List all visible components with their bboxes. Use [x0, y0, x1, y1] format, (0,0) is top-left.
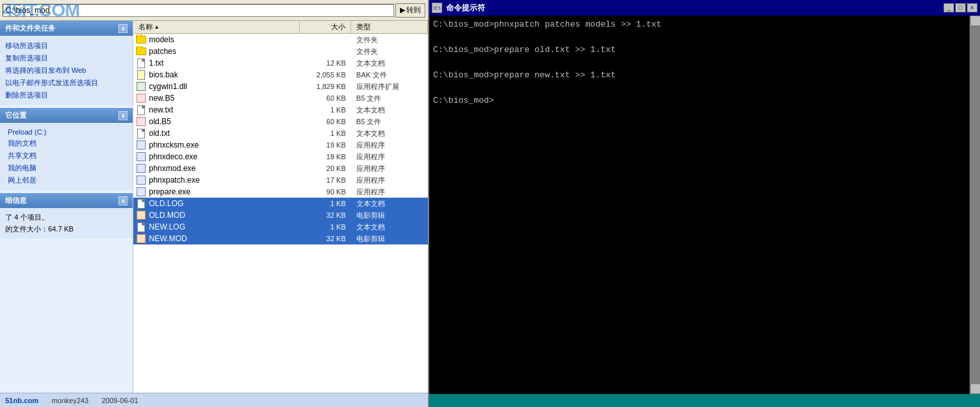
file-name: prepare.exe: [149, 187, 191, 196]
col-header-type[interactable]: 类型: [351, 21, 428, 33]
table-row[interactable]: phnxmod.exe 20 KB 应用程序: [133, 163, 428, 174]
table-row[interactable]: patches 文件夹: [133, 46, 428, 57]
cmd-window: C:\ 命令提示符 _ □ × C:\bios_mod>phnxpatch pa…: [429, 0, 980, 407]
table-row[interactable]: models 文件夹: [133, 34, 428, 46]
file-size: 18 KB: [300, 153, 351, 161]
file-icon: [136, 81, 146, 92]
places-section-title: 它位置: [5, 111, 27, 120]
file-name: OLD.MOD: [149, 211, 185, 220]
details-section: 细信息 ∧ 了 4 个项目。 的文件大小：64.7 KB: [0, 193, 133, 239]
video-icon: [137, 211, 146, 220]
task-email[interactable]: 以电子邮件形式发送所选项目: [5, 77, 127, 89]
table-row[interactable]: cygwin1.dll 1,829 KB 应用程序扩展: [133, 81, 428, 92]
sidebar: 件和文件夹任务 ∧ 移动所选项目 复制所选项目 将选择的项目发布到 Web 以电…: [0, 21, 133, 393]
file-type: B5 文件: [351, 94, 428, 103]
col-header-name[interactable]: 名称 ▲: [133, 21, 300, 33]
table-row[interactable]: phnxcksm.exe 19 KB 应用程序: [133, 139, 428, 151]
file-name: OLD.LOG: [149, 199, 183, 208]
details-collapse-btn[interactable]: ∧: [118, 196, 127, 205]
file-list: models 文件夹 patches 文件夹 1.txt 12 KB 文本文档 …: [133, 34, 428, 244]
table-row[interactable]: phnxpatch.exe 17 KB 应用程序: [133, 174, 428, 186]
watermark: 45IT.COM: [0, 0, 82, 21]
file-size: 2,055 KB: [300, 71, 351, 79]
table-row[interactable]: new.txt 1 KB 文本文档: [133, 104, 428, 116]
cmd-title-icon: C:\: [432, 3, 442, 13]
file-list-header: 名称 ▲ 大小 类型: [133, 21, 428, 34]
cmd-close-btn[interactable]: ×: [967, 3, 977, 12]
file-size: 90 KB: [300, 188, 351, 196]
file-type: 文本文档: [351, 129, 428, 138]
places-collapse-btn[interactable]: ∧: [118, 111, 127, 120]
file-type: 文本文档: [351, 59, 428, 68]
place-my-computer[interactable]: 我的电脑: [5, 162, 127, 174]
cmd-line: C:\bios_mod>phnxpatch patches models >> …: [433, 18, 963, 31]
scrollbar-down-btn[interactable]: ▼: [970, 384, 980, 394]
sort-arrow-icon: ▲: [154, 24, 159, 30]
file-name: old.txt: [149, 129, 170, 138]
tasks-collapse-btn[interactable]: ∧: [118, 24, 127, 33]
folder-icon: [136, 36, 146, 44]
file-name: cygwin1.dll: [149, 82, 187, 91]
file-size: 1 KB: [300, 200, 351, 207]
table-row[interactable]: 1.txt 12 KB 文本文档: [133, 57, 428, 69]
go-arrow-icon: ▶: [400, 6, 405, 14]
go-button-label: 转到: [406, 5, 421, 15]
file-icon: [136, 105, 146, 115]
table-row[interactable]: new.B5 60 KB B5 文件: [133, 92, 428, 104]
b5-icon: [137, 117, 146, 126]
cmd-scrollbar[interactable]: ▲ ▼: [970, 16, 980, 394]
file-size: 17 KB: [300, 176, 351, 184]
table-row[interactable]: OLD.LOG 1 KB 文本文档: [133, 198, 428, 209]
txt-icon: [137, 129, 145, 138]
folder-icon: [136, 47, 146, 55]
cmd-bottom-bar: [429, 394, 980, 407]
tasks-section-header[interactable]: 件和文件夹任务 ∧: [0, 21, 133, 36]
dll-icon: [137, 82, 146, 91]
task-move[interactable]: 移动所选项目: [5, 40, 127, 52]
table-row[interactable]: NEW.LOG 1 KB 文本文档: [133, 221, 428, 233]
places-section-header[interactable]: 它位置 ∧: [0, 108, 133, 123]
cmd-window-buttons: _ □ ×: [944, 3, 977, 12]
details-count: 了 4 个项目。: [5, 212, 127, 224]
file-name-cell: new.B5: [133, 93, 300, 103]
file-name-cell: patches: [133, 46, 300, 57]
table-row[interactable]: NEW.MOD 32 KB 电影剪辑: [133, 233, 428, 244]
place-my-docs[interactable]: 我的文档: [5, 137, 127, 150]
details-section-content: 了 4 个项目。 的文件大小：64.7 KB: [0, 208, 133, 239]
file-type: 文件夹: [351, 47, 428, 57]
places-section-content: Preload (C:) 我的文档 共享文档 我的电脑 网上邻居: [0, 123, 133, 190]
scrollbar-up-btn[interactable]: ▲: [970, 16, 980, 26]
file-type: 应用程序: [351, 140, 428, 150]
place-shared-docs[interactable]: 共享文档: [5, 150, 127, 162]
details-size: 的文件大小：64.7 KB: [5, 224, 127, 235]
go-button[interactable]: ▶ 转到: [395, 3, 425, 18]
file-icon: [136, 140, 146, 150]
file-icon: [136, 116, 146, 127]
file-name: new.B5: [149, 94, 174, 103]
table-row[interactable]: phnxdeco.exe 18 KB 应用程序: [133, 151, 428, 163]
table-row[interactable]: bios.bak 2,055 KB BAK 文件: [133, 69, 428, 81]
file-name-cell: NEW.LOG: [133, 222, 300, 232]
place-preload[interactable]: Preload (C:): [5, 127, 127, 137]
task-copy[interactable]: 复制所选项目: [5, 52, 127, 64]
table-row[interactable]: old.txt 1 KB 文本文档: [133, 127, 428, 139]
table-row[interactable]: old.B5 60 KB B5 文件: [133, 116, 428, 127]
place-network[interactable]: 网上邻居: [5, 174, 127, 187]
file-size: 1 KB: [300, 106, 351, 114]
col-header-size[interactable]: 大小: [300, 21, 351, 33]
table-row[interactable]: prepare.exe 90 KB 应用程序: [133, 186, 428, 198]
tasks-section-content: 移动所选项目 复制所选项目 将选择的项目发布到 Web 以电子邮件形式发送所选项…: [0, 36, 133, 105]
table-row[interactable]: OLD.MOD 32 KB 电影剪辑: [133, 209, 428, 221]
file-type: 文本文档: [351, 222, 428, 232]
file-name-cell: OLD.LOG: [133, 198, 300, 209]
task-publish[interactable]: 将选择的项目发布到 Web: [5, 64, 127, 77]
file-icon: [136, 198, 146, 209]
cmd-minimize-btn[interactable]: _: [944, 3, 954, 12]
file-size: 12 KB: [300, 59, 351, 67]
task-delete[interactable]: 删除所选项目: [5, 89, 127, 101]
cmd-line: C:\bios_mod>prepare old.txt >> 1.txt: [433, 44, 963, 57]
file-name: new.txt: [149, 105, 173, 114]
file-name-cell: phnxpatch.exe: [133, 175, 300, 185]
details-section-header[interactable]: 细信息 ∧: [0, 193, 133, 208]
cmd-maximize-btn[interactable]: □: [955, 3, 966, 12]
